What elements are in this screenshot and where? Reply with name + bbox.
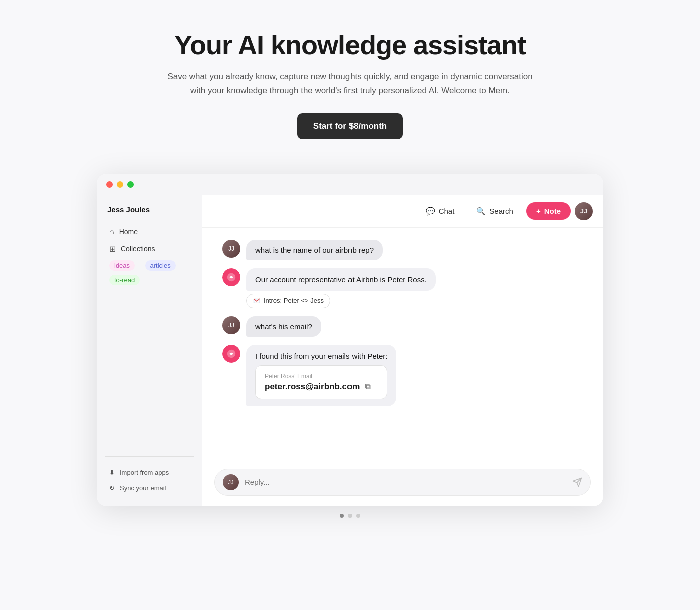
- dot-2[interactable]: [348, 514, 352, 518]
- import-from-apps[interactable]: ⬇ Import from apps: [105, 465, 194, 480]
- sidebar-item-collections[interactable]: ⊞ Collections: [105, 241, 194, 257]
- ai-message-text: Our account representative at Airbnb is …: [255, 275, 427, 284]
- email-address: peter.ross@airbnb.com: [265, 382, 360, 392]
- traffic-lights: [106, 181, 134, 188]
- send-button[interactable]: [572, 477, 582, 487]
- tag-ideas[interactable]: ideas: [109, 260, 135, 271]
- email-card-value: peter.ross@airbnb.com ⧉: [265, 382, 378, 392]
- user-avatar-button[interactable]: JJ: [575, 202, 593, 220]
- message-row: Our account representative at Airbnb is …: [222, 268, 583, 308]
- sidebar-home-label: Home: [119, 228, 138, 236]
- search-label: Search: [489, 207, 513, 215]
- email-card-label: Peter Ross' Email: [265, 373, 378, 380]
- user-bubble: what's his email?: [246, 316, 321, 337]
- tag-to-read[interactable]: to-read: [109, 275, 140, 285]
- user-avatar: JJ: [222, 240, 240, 258]
- minimize-button[interactable]: [117, 181, 123, 188]
- app-window: Jess Joules ⌂ Home ⊞ Collections ideas a…: [97, 174, 603, 506]
- copy-icon[interactable]: ⧉: [365, 382, 370, 391]
- dots-indicator: [340, 506, 360, 528]
- maximize-button[interactable]: [127, 181, 134, 188]
- plus-icon: +: [536, 207, 541, 215]
- ai-bubble: I found this from your emails with Peter…: [246, 345, 396, 406]
- window-chrome: [97, 174, 603, 195]
- hero-title: Your AI knowledge assistant: [160, 30, 540, 60]
- sidebar-bottom: ⬇ Import from apps ↻ Sync your email: [105, 456, 194, 496]
- source-chip[interactable]: Intros: Peter <> Jess: [246, 294, 330, 308]
- message-row: JJ what is the name of our airbnb rep?: [222, 240, 583, 260]
- reply-area: JJ: [202, 462, 603, 506]
- ai-logo: [222, 345, 240, 363]
- import-icon: ⬇: [109, 469, 115, 476]
- tag-articles[interactable]: articles: [145, 260, 176, 271]
- email-card: Peter Ross' Email peter.ross@airbnb.com …: [255, 365, 387, 399]
- chat-button[interactable]: 💬 Chat: [417, 202, 464, 220]
- ai-message-text: I found this from your emails with Peter…: [255, 352, 387, 360]
- reply-input-wrapper: JJ: [214, 469, 591, 496]
- content-area: 💬 Chat 🔍 Search + Note JJ: [202, 195, 603, 506]
- ai-avatar: [222, 268, 240, 286]
- chat-icon: 💬: [426, 207, 435, 216]
- dot-3[interactable]: [356, 514, 360, 518]
- source-chip-label: Intros: Peter <> Jess: [264, 297, 324, 304]
- sidebar-item-home[interactable]: ⌂ Home: [105, 224, 194, 240]
- message-row: JJ what's his email?: [222, 316, 583, 337]
- ai-bubble: Our account representative at Airbnb is …: [246, 268, 436, 291]
- main-layout: Jess Joules ⌂ Home ⊞ Collections ideas a…: [97, 195, 603, 506]
- user-avatar-image: JJ: [222, 316, 240, 334]
- sync-label: Sync your email: [120, 484, 166, 492]
- dot-1[interactable]: [340, 514, 344, 518]
- sync-email[interactable]: ↻ Sync your email: [105, 480, 194, 496]
- toolbar: 💬 Chat 🔍 Search + Note JJ: [202, 195, 603, 228]
- sidebar-username: Jess Joules: [105, 205, 194, 214]
- note-button[interactable]: + Note: [526, 202, 571, 220]
- message-row: I found this from your emails with Peter…: [222, 345, 583, 406]
- ai-logo: [222, 268, 240, 286]
- gmail-icon: [253, 297, 261, 305]
- user-avatar: JJ: [222, 316, 240, 334]
- ai-avatar: [222, 345, 240, 363]
- sync-icon: ↻: [109, 484, 115, 492]
- chat-messages: JJ what is the name of our airbnb rep?: [202, 228, 603, 462]
- import-label: Import from apps: [120, 469, 169, 476]
- sidebar: Jess Joules ⌂ Home ⊞ Collections ideas a…: [97, 195, 202, 506]
- home-icon: ⌂: [109, 227, 114, 236]
- close-button[interactable]: [106, 181, 113, 188]
- search-icon: 🔍: [476, 207, 486, 216]
- user-avatar-image: JJ: [222, 240, 240, 258]
- collections-icon: ⊞: [109, 244, 116, 254]
- hero-section: Your AI knowledge assistant Save what yo…: [150, 0, 550, 159]
- chat-label: Chat: [439, 207, 455, 215]
- user-bubble: what is the name of our airbnb rep?: [246, 240, 383, 260]
- note-label: Note: [544, 207, 561, 215]
- reply-input[interactable]: [245, 478, 566, 486]
- search-button[interactable]: 🔍 Search: [467, 202, 522, 220]
- user-avatar-image: JJ: [575, 202, 593, 220]
- reply-avatar: JJ: [223, 474, 239, 490]
- cta-button[interactable]: Start for $8/month: [297, 113, 403, 139]
- sidebar-collections-label: Collections: [121, 245, 155, 253]
- hero-subtitle: Save what you already know, capture new …: [160, 70, 540, 97]
